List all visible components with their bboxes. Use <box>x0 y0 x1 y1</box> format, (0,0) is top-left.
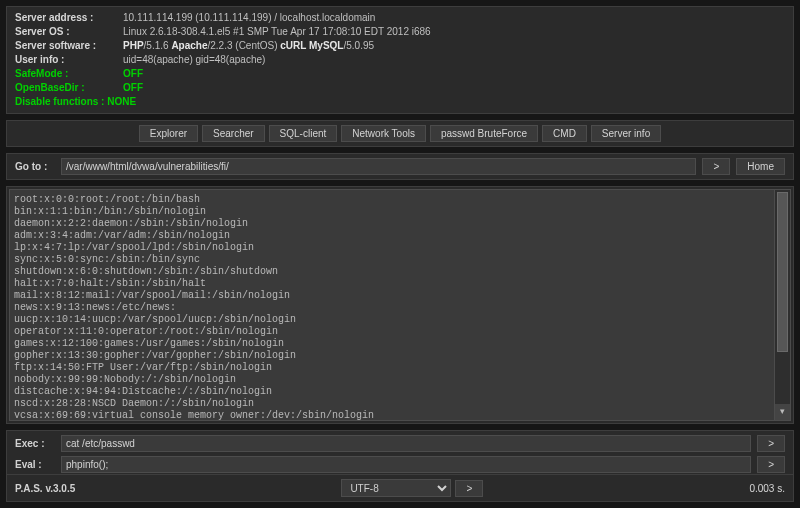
output-textarea[interactable]: root:x:0:0:root:/root:/bin/bash bin:x:1:… <box>9 189 791 421</box>
user-info-value: uid=48(apache) gid=48(apache) <box>123 53 265 67</box>
goto-path-input[interactable] <box>61 158 696 175</box>
disable-functions-value: NONE <box>107 95 136 109</box>
footer-version: P.A.S. v.3.0.5 <box>15 483 75 494</box>
disable-functions-label: Disable functions : <box>15 95 107 109</box>
output-scrollbar-down-icon[interactable]: ▾ <box>775 404 790 420</box>
exec-go-button[interactable]: > <box>757 435 785 452</box>
nav-passwd-bruteforce-button[interactable]: passwd BruteForce <box>430 125 538 142</box>
goto-bar: Go to : > Home <box>6 153 794 180</box>
output-scrollbar-thumb[interactable] <box>777 192 788 352</box>
output-panel: root:x:0:0:root:/root:/bin/bash bin:x:1:… <box>6 186 794 424</box>
goto-label: Go to : <box>15 161 55 172</box>
server-address-value: 10.111.114.199 (10.111.114.199) / localh… <box>123 11 375 25</box>
openbasedir-value: OFF <box>123 81 143 95</box>
nav-explorer-button[interactable]: Explorer <box>139 125 198 142</box>
safemode-value: OFF <box>123 67 143 81</box>
nav-bar: Explorer Searcher SQL-client Network Too… <box>6 120 794 147</box>
server-os-label: Server OS : <box>15 25 123 39</box>
openbasedir-label: OpenBaseDir : <box>15 81 123 95</box>
nav-cmd-button[interactable]: CMD <box>542 125 587 142</box>
nav-network-tools-button[interactable]: Network Tools <box>341 125 426 142</box>
eval-go-button[interactable]: > <box>757 456 785 473</box>
output-text: root:x:0:0:root:/root:/bin/bash bin:x:1:… <box>10 190 774 421</box>
server-address-label: Server address : <box>15 11 123 25</box>
server-software-label: Server software : <box>15 39 123 53</box>
encoding-select[interactable]: UTF-8 <box>341 479 451 497</box>
exec-input[interactable] <box>61 435 751 452</box>
command-panel: Exec : > Eval : > <box>6 430 794 478</box>
footer-bar: P.A.S. v.3.0.5 UTF-8 > 0.003 s. <box>6 474 794 502</box>
eval-label: Eval : <box>15 459 55 470</box>
eval-input[interactable] <box>61 456 751 473</box>
nav-server-info-button[interactable]: Server info <box>591 125 661 142</box>
exec-label: Exec : <box>15 438 55 449</box>
nav-searcher-button[interactable]: Searcher <box>202 125 265 142</box>
server-software-value: PHP/5.1.6 Apache/2.2.3 (CentOS) cURL MyS… <box>123 39 374 53</box>
user-info-label: User info : <box>15 53 123 67</box>
server-info-panel: Server address : 10.111.114.199 (10.111.… <box>6 6 794 114</box>
goto-home-button[interactable]: Home <box>736 158 785 175</box>
goto-go-button[interactable]: > <box>702 158 730 175</box>
safemode-label: SafeMode : <box>15 67 123 81</box>
nav-sql-client-button[interactable]: SQL-client <box>269 125 338 142</box>
output-scrollbar[interactable]: ▾ <box>774 190 790 420</box>
server-os-value: Linux 2.6.18-308.4.1.el5 #1 SMP Tue Apr … <box>123 25 431 39</box>
footer-timing: 0.003 s. <box>749 483 785 494</box>
encoding-go-button[interactable]: > <box>455 480 483 497</box>
